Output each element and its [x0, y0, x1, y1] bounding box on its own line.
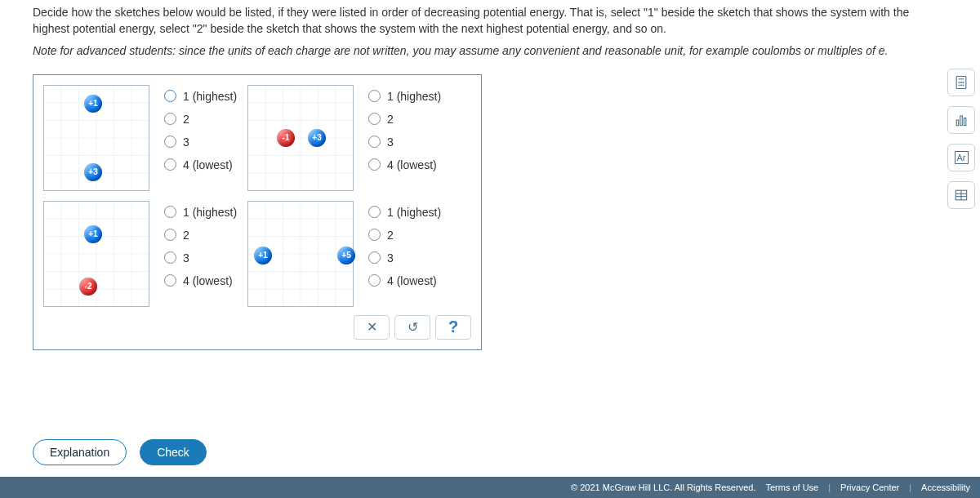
- option-label: 1 (highest): [183, 206, 237, 219]
- option-label: 4 (lowest): [387, 274, 437, 287]
- option-label: 2: [387, 229, 394, 242]
- undo-icon: ↺: [408, 319, 418, 335]
- option-c-2[interactable]: 2: [164, 229, 247, 242]
- check-button[interactable]: Check: [140, 439, 207, 465]
- option-a-2[interactable]: 2: [164, 113, 247, 126]
- option-label: 4 (lowest): [387, 158, 437, 171]
- sketch-a: +1+3: [43, 85, 149, 191]
- explanation-button[interactable]: Explanation: [33, 439, 127, 465]
- footer: © 2021 McGraw Hill LLC. All Rights Reser…: [0, 477, 980, 498]
- bar-chart-icon: [953, 112, 969, 128]
- option-c-1[interactable]: 1 (highest): [164, 206, 247, 219]
- option-label: 3: [387, 136, 394, 149]
- option-a-1[interactable]: 1 (highest): [164, 90, 247, 103]
- side-tools: Ar: [947, 69, 975, 209]
- option-label: 4 (lowest): [183, 158, 233, 171]
- radio-icon: [164, 274, 176, 287]
- option-b-1[interactable]: 1 (highest): [368, 90, 452, 103]
- radio-icon: [368, 90, 381, 102]
- help-button[interactable]: ?: [435, 315, 471, 340]
- options-c: 1 (highest) 2 3 4 (lowest): [149, 201, 247, 287]
- work-area: +1+3 1 (highest) 2 3 4 (lowest) -1+3 1 (…: [33, 74, 482, 350]
- clear-button[interactable]: ✕: [354, 315, 390, 340]
- radio-icon: [368, 251, 381, 264]
- charge-plus3: +3: [84, 163, 102, 181]
- option-label: 2: [183, 229, 189, 242]
- charge-plus3: +3: [308, 129, 326, 147]
- charge-minus2: -2: [79, 278, 97, 296]
- note-variable: e: [879, 44, 885, 57]
- options-b: 1 (highest) 2 3 4 (lowest): [354, 85, 452, 171]
- radio-icon: [368, 158, 381, 171]
- option-d-2[interactable]: 2: [368, 229, 452, 242]
- table-icon: [953, 187, 969, 203]
- svg-point-6: [961, 85, 962, 86]
- radio-icon: [368, 274, 381, 287]
- option-a-3[interactable]: 3: [164, 136, 247, 149]
- options-a: 1 (highest) 2 3 4 (lowest): [149, 85, 247, 171]
- option-c-3[interactable]: 3: [164, 251, 247, 265]
- note-prefix: Note for advanced students:: [33, 44, 176, 57]
- radio-icon: [164, 113, 176, 125]
- question-icon: ?: [448, 318, 458, 336]
- radio-icon: [368, 229, 381, 241]
- option-c-4[interactable]: 4 (lowest): [164, 274, 247, 287]
- option-label: 2: [183, 113, 189, 126]
- option-label: 1 (highest): [183, 90, 237, 103]
- note-body: since the units of each charge are not w…: [176, 44, 879, 57]
- option-label: 2: [387, 113, 394, 126]
- answer-toolbar: ✕ ↺ ?: [43, 307, 471, 340]
- svg-rect-8: [956, 120, 959, 126]
- svg-point-5: [959, 85, 960, 86]
- option-label: 3: [183, 251, 189, 265]
- reset-button[interactable]: ↺: [394, 315, 430, 340]
- separator: |: [909, 482, 911, 492]
- option-d-4[interactable]: 4 (lowest): [368, 274, 452, 287]
- option-label: 1 (highest): [387, 206, 441, 219]
- periodic-table-button[interactable]: Ar: [947, 144, 975, 171]
- accessibility-link[interactable]: Accessibility: [921, 482, 970, 492]
- option-label: 4 (lowest): [183, 274, 233, 287]
- radio-icon: [164, 251, 176, 264]
- data-table-button[interactable]: [947, 181, 975, 209]
- x-icon: ✕: [367, 319, 377, 335]
- option-label: 3: [183, 136, 189, 149]
- charge-plus1: +1: [84, 225, 102, 243]
- privacy-link[interactable]: Privacy Center: [840, 482, 899, 492]
- radio-icon: [368, 136, 381, 148]
- svg-rect-9: [960, 116, 963, 126]
- sketch-d: +1+5: [247, 201, 354, 307]
- calculator-button[interactable]: [947, 69, 975, 96]
- option-d-3[interactable]: 3: [368, 251, 452, 265]
- calculator-icon: [953, 74, 969, 91]
- charge-plus1: +1: [254, 247, 272, 265]
- instructions-text: Decide how the sketches below would be l…: [0, 0, 980, 37]
- radio-icon: [164, 206, 176, 218]
- svg-point-4: [963, 82, 964, 83]
- radio-icon: [368, 113, 381, 125]
- element-ar-icon: Ar: [955, 151, 969, 164]
- sketch-c: +1-2: [43, 201, 149, 307]
- option-a-4[interactable]: 4 (lowest): [164, 158, 247, 171]
- terms-link[interactable]: Terms of Use: [765, 482, 818, 492]
- radio-icon: [164, 229, 176, 241]
- charge-plus5: +5: [337, 247, 355, 265]
- note-suffix: .: [885, 44, 889, 57]
- svg-rect-10: [964, 118, 966, 126]
- option-b-2[interactable]: 2: [368, 113, 452, 126]
- charge-plus1: +1: [84, 95, 102, 113]
- sketch-b: -1+3: [247, 85, 354, 191]
- copyright-text: © 2021 McGraw Hill LLC. All Rights Reser…: [571, 482, 755, 492]
- option-label: 1 (highest): [387, 90, 441, 103]
- option-d-1[interactable]: 1 (highest): [368, 206, 452, 219]
- option-b-4[interactable]: 4 (lowest): [368, 158, 452, 171]
- option-label: 3: [387, 251, 394, 265]
- chart-button[interactable]: [947, 106, 975, 134]
- radio-icon: [164, 158, 176, 171]
- radio-icon: [164, 90, 176, 102]
- note-text: Note for advanced students: since the un…: [0, 37, 980, 60]
- svg-point-7: [963, 85, 964, 86]
- option-b-3[interactable]: 3: [368, 136, 452, 149]
- charge-minus1: -1: [277, 129, 295, 147]
- svg-point-3: [961, 82, 962, 83]
